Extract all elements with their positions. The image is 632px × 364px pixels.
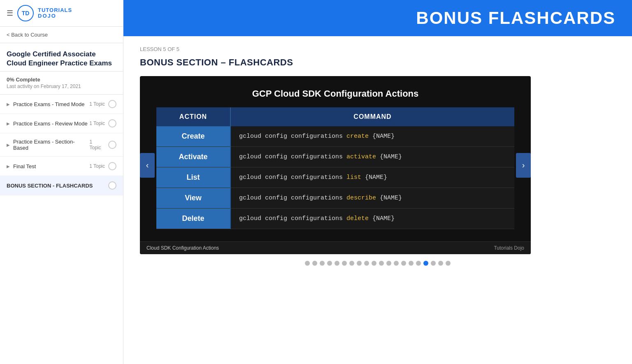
col-header-command: COMMAND [230, 107, 514, 126]
back-to-course-link[interactable]: < Back to Course [0, 27, 123, 43]
topic-count: 1 Topic [89, 121, 105, 126]
slide-footer-left: Cloud SDK Configuration Actions [146, 245, 219, 251]
slide-dot[interactable] [416, 261, 421, 266]
command-suffix: {NAME} [376, 195, 402, 202]
completion-circle [108, 162, 116, 170]
command-suffix: {NAME} [361, 174, 387, 181]
logo-line1: TUTORIALS [38, 7, 72, 13]
slide-dot[interactable] [438, 261, 443, 266]
progress-last-activity: Last activity on February 17, 2021 [7, 83, 116, 89]
sidebar-nav: ▶ Practice Exams - Timed Mode 1 Topic ▶ … [0, 95, 123, 364]
slide-dot[interactable] [305, 261, 310, 266]
slide-dot[interactable] [423, 261, 428, 266]
completion-circle [108, 119, 116, 128]
command-keyword: activate [346, 153, 376, 160]
slide-dot[interactable] [379, 261, 384, 266]
command-cell: gcloud config configurations delete {NAM… [230, 209, 514, 229]
slide-dot[interactable] [357, 261, 362, 266]
topic-count: 1 Topic [89, 163, 105, 169]
progress-section: 0% Complete Last activity on February 17… [0, 72, 123, 95]
nav-label: Final Test [13, 163, 36, 169]
table-row: Creategcloud config configurations creat… [156, 126, 514, 147]
col-header-action: ACTION [156, 107, 230, 126]
banner-title: BONUS FLASHCARDS [416, 8, 616, 28]
chevron-right-icon: ▶ [7, 102, 10, 107]
command-base: gcloud config configurations [239, 215, 346, 222]
table-row: Viewgcloud config configurations describ… [156, 188, 514, 209]
action-cell: View [156, 188, 230, 209]
section-heading: BONUS SECTION – FLASHCARDS [140, 57, 616, 68]
slide-dot[interactable] [386, 261, 391, 266]
nav-label: Practice Exams - Review Mode [13, 121, 88, 127]
nav-label: Practice Exams - Section-Based [13, 139, 89, 151]
command-keyword: create [346, 133, 369, 140]
completion-circle [108, 100, 116, 108]
command-base: gcloud config configurations [239, 133, 346, 140]
slide-dot[interactable] [320, 261, 325, 266]
command-keyword: list [346, 174, 361, 181]
slide-dot[interactable] [401, 261, 406, 266]
command-base: gcloud config configurations [239, 195, 346, 202]
action-cell: Delete [156, 209, 230, 229]
action-cell: Activate [156, 147, 230, 167]
logo-circle: TD [17, 5, 34, 21]
slide-title: GCP Cloud SDK Configuration Actions [156, 88, 514, 99]
sidebar: ☰ TD TUTORIALS DOJO < Back to Course Goo… [0, 0, 123, 364]
sidebar-item-review-mode[interactable]: ▶ Practice Exams - Review Mode 1 Topic [0, 114, 123, 133]
command-cell: gcloud config configurations list {NAME} [230, 167, 514, 188]
slide-dot[interactable] [342, 261, 347, 266]
chevron-right-icon: ▶ [7, 164, 10, 169]
sidebar-header: ☰ TD TUTORIALS DOJO [0, 0, 123, 27]
chevron-right-icon: ▶ [7, 121, 10, 126]
command-cell: gcloud config configurations create {NAM… [230, 126, 514, 147]
slide-dots [140, 261, 616, 266]
slide-dot[interactable] [335, 261, 339, 266]
logo-text: TUTORIALS DOJO [38, 7, 72, 19]
slide-next-button[interactable]: › [516, 153, 531, 178]
completion-circle [108, 181, 116, 190]
nav-label: Practice Exams - Timed Mode [13, 101, 84, 107]
slide-dot[interactable] [327, 261, 332, 266]
flashcard-slide: GCP Cloud SDK Configuration Actions ACTI… [140, 76, 531, 241]
topic-count: 1 Topic [89, 139, 105, 151]
slide-dot[interactable] [431, 261, 436, 266]
completion-circle [108, 141, 116, 149]
topic-count: 1 Topic [89, 101, 105, 107]
sidebar-item-flashcards[interactable]: BONUS SECTION - FLASHCARDS [0, 176, 123, 195]
command-base: gcloud config configurations [239, 153, 346, 160]
command-base: gcloud config configurations [239, 174, 346, 181]
slide-dot[interactable] [349, 261, 354, 266]
command-suffix: {NAME} [376, 153, 402, 160]
progress-percent: 0% Complete [7, 77, 116, 83]
command-cell: gcloud config configurations describe {N… [230, 188, 514, 209]
command-keyword: delete [346, 215, 369, 222]
action-cell: Create [156, 126, 230, 147]
slide-dot[interactable] [446, 261, 451, 266]
flashcard-container: ‹ GCP Cloud SDK Configuration Actions AC… [140, 76, 531, 254]
lesson-breadcrumb: LESSON 5 OF 5 [140, 46, 616, 52]
sidebar-item-section-based[interactable]: ▶ Practice Exams - Section-Based 1 Topic [0, 133, 123, 157]
course-title: Google Certified Associate Cloud Enginee… [0, 43, 123, 72]
slide-footer: Cloud SDK Configuration Actions Tutorial… [140, 241, 531, 254]
logo-line2: DOJO [38, 13, 72, 19]
slide-dot[interactable] [394, 261, 399, 266]
slide-dot[interactable] [364, 261, 369, 266]
chevron-right-icon: ▶ [7, 143, 10, 147]
slide-prev-button[interactable]: ‹ [140, 153, 155, 178]
hamburger-icon[interactable]: ☰ [7, 9, 13, 18]
content-area: LESSON 5 OF 5 BONUS SECTION – FLASHCARDS… [123, 36, 632, 364]
slide-dot[interactable] [372, 261, 376, 266]
sidebar-item-final-test[interactable]: ▶ Final Test 1 Topic [0, 157, 123, 176]
slide-dot[interactable] [312, 261, 317, 266]
slide-footer-right: Tutorials Dojo [494, 245, 524, 251]
sidebar-item-timed-mode[interactable]: ▶ Practice Exams - Timed Mode 1 Topic [0, 95, 123, 114]
table-row: Deletegcloud config configurations delet… [156, 209, 514, 229]
table-row: Listgcloud config configurations list {N… [156, 167, 514, 188]
action-cell: List [156, 167, 230, 188]
command-keyword: describe [346, 195, 376, 202]
command-suffix: {NAME} [369, 215, 395, 222]
logo-initials: TD [22, 10, 30, 16]
main-content: BONUS FLASHCARDS LESSON 5 OF 5 BONUS SEC… [123, 0, 632, 364]
slide-dot[interactable] [409, 261, 414, 266]
banner-header: BONUS FLASHCARDS [123, 0, 632, 36]
